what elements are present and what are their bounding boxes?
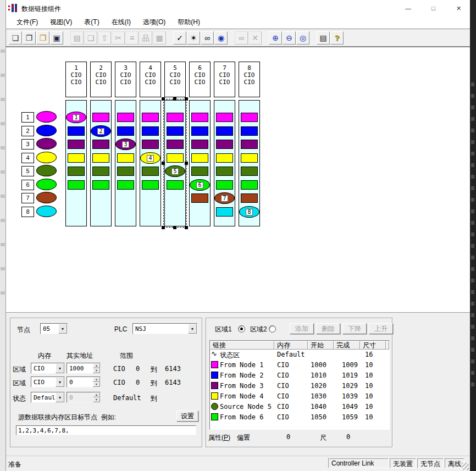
column-header[interactable]: 1CIOCIO xyxy=(65,62,87,97)
selection-handle[interactable] xyxy=(185,162,188,165)
link-block-source[interactable]: 6 xyxy=(190,179,210,191)
copy-table-button[interactable]: ❐ xyxy=(23,31,36,45)
area1-mem-select[interactable]: CIO xyxy=(31,363,65,374)
link-block[interactable] xyxy=(142,126,159,136)
link-table-row[interactable]: From Node 2CIO1010101910 xyxy=(210,370,389,381)
link-button[interactable]: ∞ xyxy=(201,31,214,45)
col-header-link[interactable]: 链接 xyxy=(210,341,274,350)
column-header[interactable]: 4CIOCIO xyxy=(140,62,161,97)
menu-options[interactable]: 选项(O) xyxy=(137,16,171,29)
link-block[interactable] xyxy=(92,180,109,190)
plc-select[interactable]: NSJ xyxy=(132,323,197,334)
col-header-mem[interactable]: 内存 xyxy=(274,341,308,350)
selection-handle[interactable] xyxy=(162,97,165,101)
column-header[interactable]: 3CIOCIO xyxy=(115,62,136,97)
link-block[interactable] xyxy=(68,167,85,176)
print-button[interactable]: ▤ xyxy=(317,31,330,45)
link-block[interactable] xyxy=(191,153,208,163)
link-block[interactable] xyxy=(241,126,258,136)
link-table[interactable]: 链接 内存 开始 完成 尺寸 ∿状态区Default16From Node 1C… xyxy=(209,340,390,430)
link-block[interactable] xyxy=(216,207,233,217)
column-header[interactable]: 7CIOCIO xyxy=(214,62,235,97)
link-block[interactable] xyxy=(191,126,208,136)
link-block[interactable] xyxy=(92,113,109,122)
link-block[interactable] xyxy=(241,180,258,190)
spin-down-icon[interactable] xyxy=(93,368,100,373)
link-block[interactable] xyxy=(216,126,233,136)
link-table-row[interactable]: From Node 3CIO1020102910 xyxy=(210,381,389,391)
menu-file[interactable]: 文件(F) xyxy=(10,16,44,29)
col-header-start[interactable]: 开始 xyxy=(308,341,334,350)
link-block-source[interactable]: 7 xyxy=(214,192,235,204)
link-block[interactable] xyxy=(191,113,208,122)
column-header[interactable]: 6CIOCIO xyxy=(189,62,211,97)
selection-handle[interactable] xyxy=(173,97,176,101)
link-block[interactable] xyxy=(241,140,258,149)
link-block[interactable] xyxy=(117,113,134,122)
help-button[interactable]: ? xyxy=(330,31,344,45)
menu-table[interactable]: 表(T) xyxy=(78,16,105,29)
selection-handle[interactable] xyxy=(162,162,165,165)
wizard-button[interactable]: ✶ xyxy=(187,31,200,45)
link-block[interactable] xyxy=(92,167,109,176)
property-label[interactable]: 属性(P) xyxy=(208,433,230,442)
minimize-button[interactable]: — xyxy=(396,0,420,16)
link-block[interactable] xyxy=(216,167,233,176)
link-block[interactable] xyxy=(68,126,85,136)
link-table-row[interactable]: From Node 4CIO1030103910 xyxy=(210,391,389,402)
set-button[interactable]: 设置 xyxy=(176,411,198,422)
link-block[interactable] xyxy=(216,153,233,163)
link-block[interactable] xyxy=(241,193,258,203)
link-block[interactable] xyxy=(191,140,208,149)
column-header[interactable]: 2CIOCIO xyxy=(90,62,112,97)
link-block[interactable] xyxy=(142,140,159,149)
area2-mem-select[interactable]: CIO xyxy=(31,376,65,387)
link-block[interactable] xyxy=(191,167,208,176)
link-block[interactable] xyxy=(241,113,258,122)
validate-button[interactable]: ✓ xyxy=(173,31,186,45)
link-block[interactable] xyxy=(92,140,109,149)
spin-up-icon[interactable] xyxy=(93,363,100,368)
link-block-source[interactable]: 1 xyxy=(66,112,86,123)
target-nodes-input[interactable] xyxy=(16,425,196,435)
menu-view[interactable]: 视图(V) xyxy=(44,16,78,29)
selection-handle[interactable] xyxy=(185,97,188,101)
chevron-down-icon[interactable] xyxy=(56,392,64,402)
column-header[interactable]: 5CIOCIO xyxy=(164,62,186,97)
chevron-down-icon[interactable] xyxy=(58,324,67,334)
maximize-button[interactable]: □ xyxy=(421,0,446,16)
selection-handle[interactable] xyxy=(185,226,188,229)
area1-addr-spinner[interactable]: 1000 xyxy=(67,363,101,374)
link-block[interactable] xyxy=(92,153,109,163)
chevron-down-icon[interactable] xyxy=(56,377,64,387)
target-button[interactable]: ◉ xyxy=(214,31,228,45)
link-table-row[interactable]: ∿状态区Default16 xyxy=(210,350,389,360)
open-folder-button[interactable]: ❒ xyxy=(36,31,49,45)
link-block[interactable] xyxy=(117,180,134,190)
resize-grip[interactable] xyxy=(462,463,469,470)
col-header-end[interactable]: 完成 xyxy=(334,341,360,350)
link-block[interactable] xyxy=(68,180,85,190)
new-button[interactable]: ❏ xyxy=(9,31,22,45)
link-block[interactable] xyxy=(241,153,258,163)
link-block-source[interactable]: 8 xyxy=(239,206,259,218)
link-block[interactable] xyxy=(142,113,159,122)
chevron-down-icon[interactable] xyxy=(56,363,64,373)
close-button[interactable]: ✕ xyxy=(446,0,471,16)
link-block[interactable] xyxy=(68,153,85,163)
link-block-source[interactable]: 3 xyxy=(115,138,136,150)
col-header-size[interactable]: 尺寸 xyxy=(360,341,386,350)
zoom-button[interactable]: ◎ xyxy=(296,31,309,45)
spin-down-icon[interactable] xyxy=(93,382,100,387)
selection-handle[interactable] xyxy=(162,226,165,229)
column-header[interactable]: 8CIOCIO xyxy=(239,62,260,97)
link-block-source[interactable]: 4 xyxy=(140,152,160,164)
link-block[interactable] xyxy=(191,193,208,203)
status-mem-select[interactable]: Default xyxy=(31,392,65,403)
area1-radio[interactable] xyxy=(238,325,245,333)
spin-up-icon[interactable] xyxy=(93,377,100,382)
link-block[interactable] xyxy=(216,140,233,149)
menu-help[interactable]: 帮助(H) xyxy=(171,16,206,29)
link-block[interactable] xyxy=(142,180,159,190)
node-select[interactable]: 05 xyxy=(40,323,68,334)
